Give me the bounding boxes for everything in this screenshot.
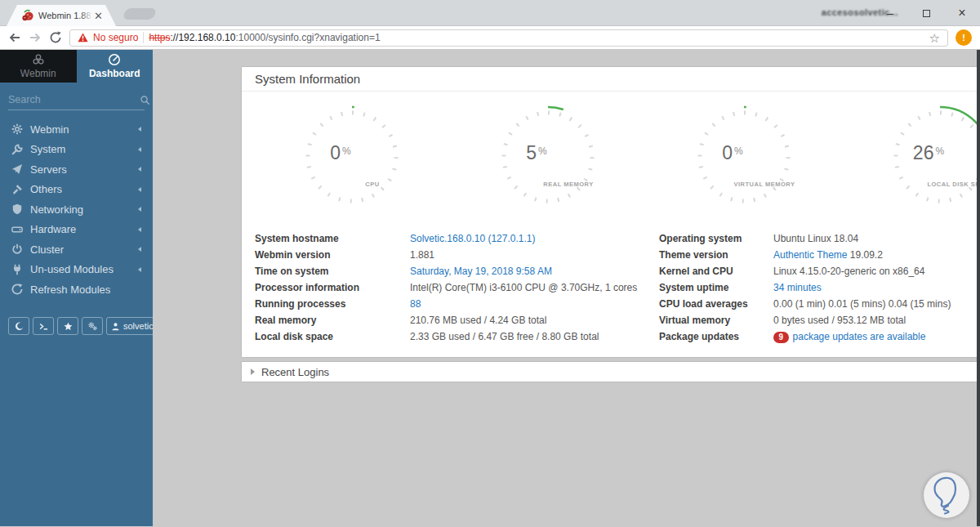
info-value: 0.00 (1 min) 0.01 (5 mins) 0.04 (15 mins… — [773, 298, 951, 310]
info-label: Operating system — [659, 233, 773, 244]
refresh-icon — [11, 284, 24, 295]
sidebar-item-webmin[interactable]: Webmin — [0, 119, 153, 140]
new-tab-area[interactable] — [122, 8, 158, 20]
hdd-icon — [11, 224, 24, 235]
sidebar-item-label: Un-used Modules — [30, 263, 114, 275]
dashboard-icon — [108, 53, 121, 66]
gear-icon — [11, 123, 24, 135]
sidebar-tab-webmin[interactable]: Webmin — [0, 50, 77, 83]
info-value: 0 bytes used / 953.12 MB total — [773, 315, 906, 326]
info-row-system-uptime: System uptime34 minutes — [659, 279, 980, 296]
info-value-link[interactable]: 88 — [410, 298, 421, 310]
minimize-icon[interactable]: – — [872, 0, 908, 26]
info-label: Real memory — [255, 315, 410, 326]
back-icon[interactable] — [8, 31, 21, 44]
collapse-caret-icon — [138, 247, 141, 252]
maximize-icon[interactable] — [908, 0, 944, 26]
user-button-solvetic[interactable]: solvetic — [106, 317, 158, 335]
info-row-running-processes: Running processes88 — [255, 296, 646, 312]
collapse-caret-icon — [138, 267, 141, 272]
info-value-link[interactable]: Saturday, May 19, 2018 9:58 AM — [410, 266, 552, 277]
sidebar-item-label: Webmin — [30, 123, 69, 136]
url-path: :10000/sysinfo.cgi?xnavigation=1 — [235, 32, 380, 43]
sidebar-item-refresh-modules[interactable]: Refresh Modules — [0, 279, 153, 300]
paper-plane-icon — [11, 163, 24, 175]
sidebar-item-hardware[interactable]: Hardware — [0, 220, 153, 240]
sidebar-item-system[interactable]: System — [0, 140, 153, 160]
info-row-local-disk-space: Local disk space2.33 GB used / 6.47 GB f… — [255, 328, 646, 345]
gauge-label: REAL MEMORY — [470, 181, 666, 188]
main-content: System Information 0%CPU5%REAL MEMORY0%V… — [153, 50, 980, 526]
plug-icon — [11, 264, 24, 275]
info-value-link[interactable]: package updates are available — [793, 331, 926, 342]
webmin-favicon-icon — [21, 9, 34, 22]
moon-button[interactable] — [8, 317, 29, 335]
info-value-text: 2.33 GB used / 6.47 GB free / 8.80 GB to… — [410, 331, 599, 342]
info-label: Virtual memory — [659, 315, 773, 326]
sidebar-item-label: Servers — [30, 163, 67, 176]
collapse-caret-icon — [138, 127, 141, 132]
panel-title: System Information — [242, 67, 980, 92]
sidebar-tab-dashboard[interactable]: Dashboard — [77, 50, 154, 83]
info-value-text: 19.09.2 — [848, 249, 883, 261]
user-icon — [111, 322, 120, 331]
star-button[interactable] — [57, 317, 78, 335]
info-value: Intel(R) Core(TM) i3-6100 CPU @ 3.70GHz,… — [410, 282, 637, 293]
reload-icon[interactable] — [49, 31, 62, 44]
sidebar: Webmin Dashboard WebminSystemServersO — [0, 50, 153, 526]
info-value: Saturday, May 19, 2018 9:58 AM — [410, 266, 552, 277]
sidebar-tab-label: Webmin — [20, 68, 56, 79]
power-icon — [11, 243, 24, 255]
sidebar-item-others[interactable]: Others — [0, 180, 153, 200]
gauge-value: 5% — [439, 142, 635, 164]
gauge-value: 0% — [243, 142, 439, 164]
collapse-caret-icon — [138, 227, 141, 232]
username-label: solvetic — [123, 321, 154, 331]
gauge-label: LOCAL DISK SPACE — [862, 181, 980, 188]
security-status-label: No seguro — [93, 32, 138, 43]
info-row-real-memory: Real memory210.76 MB used / 4.24 GB tota… — [255, 312, 646, 328]
close-icon[interactable]: × — [944, 0, 980, 26]
info-value-text: 210.76 MB used / 4.24 GB total — [410, 315, 546, 326]
info-value: 1.881 — [410, 249, 434, 261]
sidebar-item-networking[interactable]: Networking — [0, 199, 153, 220]
info-row-webmin-version: Webmin version1.881 — [255, 247, 646, 263]
info-label: Running processes — [255, 298, 410, 310]
info-row-package-updates: Package updates9package updates are avai… — [659, 328, 980, 345]
gauge-label: CPU — [274, 181, 470, 188]
search-icon — [140, 95, 150, 105]
cogs-button[interactable] — [82, 317, 103, 335]
cogs-icon — [88, 322, 97, 331]
tab-close-icon[interactable]: ✕ — [94, 11, 103, 21]
info-value: Solvetic.168.0.10 (127.0.1.1) — [410, 233, 535, 244]
sidebar-item-un-used-modules[interactable]: Un-used Modules — [0, 260, 153, 280]
search-input[interactable] — [8, 94, 140, 105]
terminal-button[interactable] — [33, 317, 54, 335]
lightbulb-sketch-icon — [929, 476, 964, 515]
info-value: Ubuntu Linux 18.04 — [773, 233, 858, 244]
info-value-text: Linux 4.15.0-20-generic on x86_64 — [773, 266, 924, 277]
recent-logins-panel[interactable]: Recent Logins — [242, 362, 980, 382]
info-label: Package updates — [659, 331, 773, 342]
profile-avatar[interactable]: ! — [956, 29, 972, 46]
browser-titlebar: Webmin 1.881 on Solvetic ✕ accesosolveti… — [0, 0, 980, 26]
help-bulb-button[interactable] — [924, 472, 969, 518]
gauge-virtual-memory: 0%VIRTUAL MEMORY — [646, 96, 842, 221]
browser-tab[interactable]: Webmin 1.881 on Solvetic ✕ — [7, 5, 116, 26]
info-value-link[interactable]: Solvetic.168.0.10 (127.0.1.1) — [410, 233, 535, 244]
info-row-processor-information: Processor informationIntel(R) Core(TM) i… — [255, 279, 646, 296]
sidebar-menu: WebminSystemServersOthersNetworkingHardw… — [0, 119, 153, 300]
bookmark-star-icon[interactable]: ☆ — [929, 32, 940, 44]
moon-icon — [15, 322, 24, 331]
sidebar-item-servers[interactable]: Servers — [0, 159, 153, 180]
forward-icon[interactable] — [29, 31, 42, 44]
info-value-link[interactable]: Authentic Theme — [773, 249, 848, 261]
info-row-virtual-memory: Virtual memory0 bytes used / 953.12 MB t… — [659, 312, 980, 328]
wrench-icon — [11, 144, 24, 155]
info-value: 2.33 GB used / 6.47 GB free / 8.80 GB to… — [410, 331, 599, 342]
address-bar[interactable]: No seguro https://192.168.0.10:10000/sys… — [69, 29, 948, 47]
info-value-link[interactable]: 34 minutes — [773, 282, 822, 293]
browser-toolbar: No seguro https://192.168.0.10:10000/sys… — [0, 26, 980, 50]
info-value-text: Intel(R) Core(TM) i3-6100 CPU @ 3.70GHz,… — [410, 282, 637, 293]
sidebar-item-cluster[interactable]: Cluster — [0, 239, 153, 260]
